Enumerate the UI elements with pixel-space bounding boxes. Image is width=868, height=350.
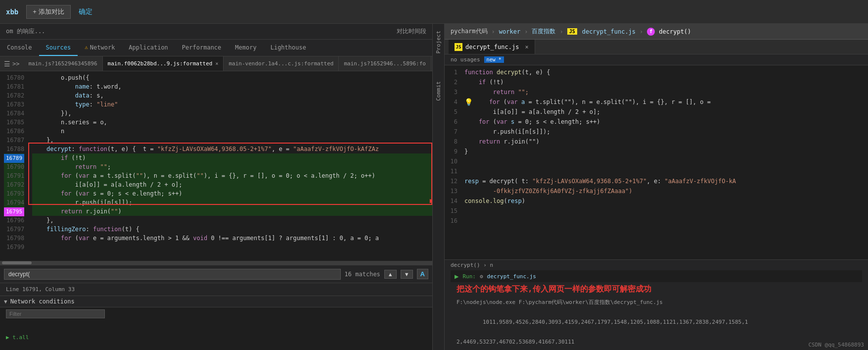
search-next-button[interactable]: ▼ — [401, 270, 413, 279]
top-bar: xbb + 添加对比 确定 — [0, 0, 868, 24]
snippets-icon: ☰ — [4, 60, 10, 68]
warning-icon: ⚠ — [85, 44, 88, 50]
file-tab-main2[interactable]: main.f0062b28bd...9.js:formatted × — [103, 56, 224, 71]
pycharm-title: pycharm代码 — [451, 27, 488, 36]
pc-line-14: console.log(resp) — [462, 196, 868, 206]
file-tab-main2-label: main.f0062b28bd...9.js:formatted — [108, 60, 213, 67]
snippet-line-1: ▶ t.all — [6, 334, 426, 341]
tab-performance[interactable]: Performance — [175, 40, 228, 56]
pc-line-2: if (!t) — [462, 77, 868, 87]
code-lines: ► o.push({ name: t.word, data: s, type: … — [28, 71, 432, 261]
code-line-16796: }, — [32, 216, 432, 225]
tab-sources[interactable]: Sources — [39, 40, 78, 56]
pc-line-7: r.push(i[n[s]]); — [462, 127, 868, 137]
tab-lighthouse[interactable]: Lighthouse — [264, 40, 313, 56]
pc-line-5: i[a[o]] = a[a.length / 2 + o]; — [462, 107, 868, 117]
run-arrow-icon: ▶ — [455, 272, 458, 280]
code-line-16783: type: "line" — [32, 100, 432, 109]
new-badge: new * — [484, 56, 504, 63]
search-action-button[interactable]: A — [417, 269, 428, 279]
pycharm-code-lines: function decrypt(t, e) { if (!t) return … — [462, 65, 868, 259]
code-line-16787: }, — [32, 136, 432, 145]
pc-line-11 — [462, 166, 868, 176]
code-line-16799 — [32, 243, 432, 251]
xbb-label: xbb — [6, 8, 18, 16]
output-line-3: 2,4469,53237,46702,53689,41667,30111 — [451, 336, 862, 348]
tab-network[interactable]: ⚠ Network — [78, 40, 122, 56]
file-tab-main3-label: main-vendor.1a4...c.js:formatted — [228, 60, 333, 67]
pc-line-16 — [462, 216, 868, 226]
file-tab-main2-close[interactable]: × — [215, 61, 218, 66]
pycharm-code-area: 1 2 3 4 5 6 7 8 9 10 11 12 13 14 15 16 f… — [445, 65, 868, 259]
code-line-16798: for (var e = arguments.length > 1 && voi… — [32, 234, 432, 243]
pycharm-tab-close[interactable]: × — [525, 44, 528, 50]
code-line-16791: for (var a = t.split(""), n = e.split(""… — [32, 171, 432, 180]
sidebar-tab-project[interactable]: Project — [434, 28, 443, 56]
add-compare-button[interactable]: + 添加对比 — [26, 5, 70, 19]
confirm-button[interactable]: 确定 — [79, 7, 92, 16]
file-tab-main1[interactable]: main.js?1652946345896 — [23, 56, 102, 71]
pc-line-9: } — [462, 147, 868, 156]
code-line-16786: n — [32, 127, 432, 136]
pycharm-js-icon: JS — [455, 43, 462, 51]
code-line-16795: return r.join("") — [32, 207, 432, 216]
file-tab-main3[interactable]: main-vendor.1a4...c.js:formatted — [224, 56, 339, 71]
sources-label: Sources — [46, 44, 71, 51]
pycharm-line-numbers: 1 2 3 4 5 6 7 8 9 10 11 12 13 14 15 16 — [445, 65, 462, 259]
file-tab-main4-label: main.js?1652946...5896:fo — [344, 60, 426, 67]
scrollbar-thumb[interactable] — [2, 261, 32, 264]
code-line-16784: }), — [32, 109, 432, 118]
code-line-16790: return ""; — [32, 162, 432, 171]
breadcrumb-sep-3: › — [559, 28, 563, 35]
code-snippet: ▶ t.all {startDate: '2022-12-07', endDat… — [0, 320, 432, 350]
pc-line-1: function decrypt(t, e) { — [462, 67, 868, 77]
decrypt-icon: f — [647, 28, 655, 36]
devtools-tabs: Console Sources ⚠ Network Application Pe… — [0, 40, 432, 56]
code-line-16788: decrypt: function(t, e) { t = "kfzZj-LAV… — [32, 145, 432, 153]
breadcrumb-sep-1: › — [492, 28, 495, 35]
filter-input[interactable] — [6, 309, 105, 318]
code-line-16780: o.push({ — [32, 73, 432, 82]
file-tabs: ☰ >> main.js?1652946345896 main.f0062b28… — [0, 56, 432, 71]
output-line-1: F:\nodejs\node.exe F:\pycharm代码\worker\百… — [451, 297, 862, 308]
pycharm-bottom-breadcrumb: decrypt() › n — [451, 262, 862, 268]
search-prev-button[interactable]: ▲ — [384, 270, 397, 279]
pycharm-tab-decrypt[interactable]: JS decrypt_func.js × — [449, 40, 535, 54]
run-bar: ▶ Run: ⚙ decrypt_func.js — [451, 270, 862, 282]
performance-label: Performance — [182, 44, 221, 51]
file-tab-main4[interactable]: main.js?1652946...5896:fo — [339, 56, 431, 71]
pycharm-file-tabs: JS decrypt_func.js × — [445, 40, 868, 54]
response-bar: om 的响应... 对比时间段 — [0, 24, 432, 40]
tab-memory[interactable]: Memory — [228, 40, 263, 56]
tab-application[interactable]: Application — [122, 40, 175, 56]
tab-console[interactable]: Console — [0, 40, 39, 56]
output-line-2: 1011,9589,4526,2840,3093,4159,2467,1797,… — [451, 308, 862, 336]
gear-icon[interactable]: ⚙ — [480, 273, 483, 280]
chevron-right-icon: >> — [12, 60, 19, 67]
search-input[interactable] — [4, 269, 341, 280]
code-line-16781: name: t.word, — [32, 82, 432, 91]
pycharm-tab-label: decrypt_func.js — [465, 44, 519, 50]
no-usages-text: no usages — [451, 56, 480, 63]
memory-label: Memory — [235, 44, 256, 51]
console-label: Console — [7, 44, 32, 51]
file-tab-main1-label: main.js?1652946345896 — [28, 60, 97, 67]
pc-line-13: -0fkkjzfVZ0Z6fkj6A0fVZj-zfkajj6fZAaaa") — [462, 186, 868, 196]
arrow-right-icon: ► — [430, 196, 432, 205]
breadcrumb-baidu: 百度指数 — [532, 27, 555, 36]
side-tabs: Project Commit — [433, 24, 445, 350]
filter-row — [0, 307, 432, 320]
pc-line-12: resp = decrypt( t: "kfzZj-LAVsOXaW64,936… — [462, 176, 868, 186]
no-usages-bar: no usages new * — [445, 54, 868, 65]
match-count: 16 matches — [345, 271, 380, 278]
code-line-16785: n.series = o, — [32, 118, 432, 127]
sidebar-tab-commit[interactable]: Commit — [434, 78, 443, 104]
code-line-16782: data: s, — [32, 91, 432, 100]
horizontal-scrollbar[interactable] — [0, 261, 432, 265]
code-line-16793: for (var s = 0; s < e.length; s++) — [32, 189, 432, 198]
breakpoint-16795: 16795 — [4, 207, 24, 216]
main-layout: om 的响应... 对比时间段 Console Sources ⚠ Networ… — [0, 24, 868, 350]
network-conditions-panel: ▼ Network conditions ▶ t.all {startDate:… — [0, 296, 432, 350]
output-numbers: 1011,9589,4526,2840,3093,4159,2467,1797,… — [483, 319, 748, 325]
pc-line-10 — [462, 156, 868, 166]
